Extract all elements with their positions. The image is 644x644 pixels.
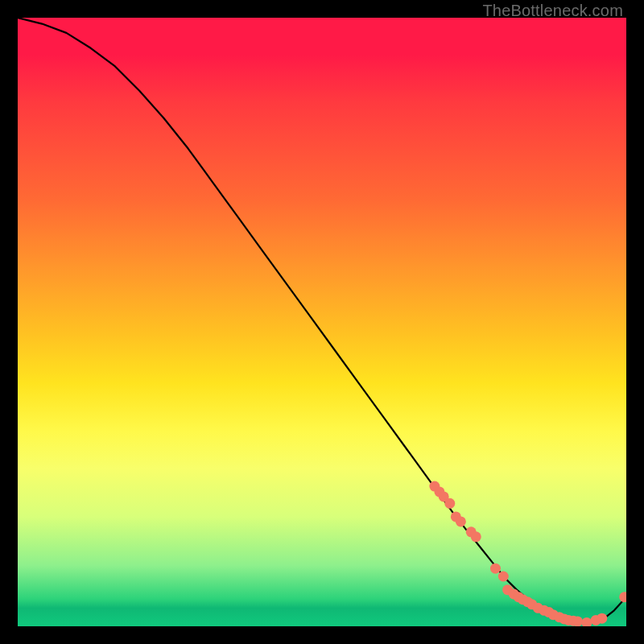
marker-point [444,498,455,509]
watermark-text: TheBottleneck.com [482,2,623,20]
marker-point [597,613,607,624]
marker-point [619,592,626,602]
bottleneck-curve [18,18,626,622]
marker-point [456,516,466,526]
plot-area [18,18,626,626]
chart-svg [18,18,626,626]
marker-point [490,564,501,574]
highlighted-points [429,481,626,626]
marker-point [498,572,509,582]
chart-stage: TheBottleneck.com [0,0,644,644]
marker-point [581,617,592,626]
marker-point [572,616,583,626]
marker-point [471,531,481,542]
